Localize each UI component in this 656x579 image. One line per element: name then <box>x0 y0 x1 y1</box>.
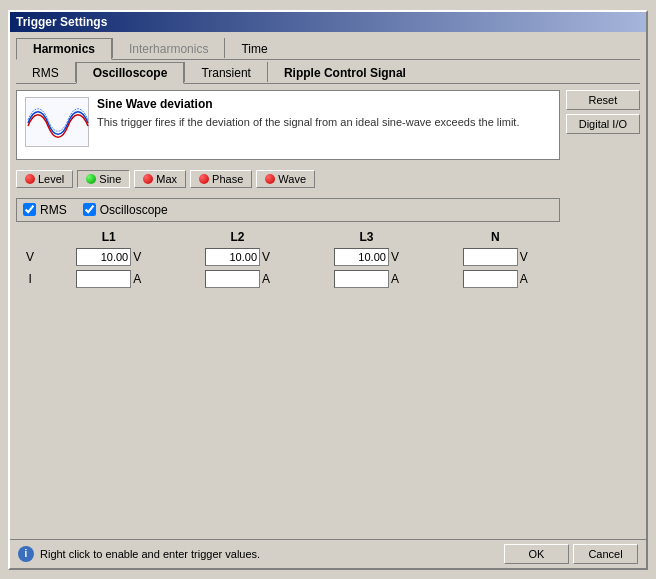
tab-harmonics[interactable]: Harmonics <box>16 38 112 60</box>
checkbox-rms[interactable] <box>23 203 36 216</box>
checkbox-oscilloscope[interactable] <box>83 203 96 216</box>
trigger-btn-level[interactable]: Level <box>16 170 73 188</box>
tab-ripple[interactable]: Ripple Control Signal <box>268 63 422 83</box>
unit-v-l2: V <box>262 250 270 264</box>
tabs-row2: RMS Oscilloscope Transient Ripple Contro… <box>16 62 640 84</box>
data-table: L1 L2 L3 N V V <box>16 228 560 290</box>
status-bar: i Right click to enable and enter trigge… <box>10 539 646 568</box>
unit-i-l2: A <box>262 272 270 286</box>
unit-v-l3: V <box>391 250 399 264</box>
unit-v-l1: V <box>133 250 141 264</box>
input-i-n[interactable] <box>463 270 518 288</box>
cell-v-l1: V <box>44 246 173 268</box>
input-v-n[interactable] <box>463 248 518 266</box>
trigger-btn-phase[interactable]: Phase <box>190 170 252 188</box>
col-header-l3: L3 <box>302 228 431 246</box>
led-level <box>25 174 35 184</box>
input-v-l1[interactable] <box>76 248 131 266</box>
col-header-l1: L1 <box>44 228 173 246</box>
dialog-title: Trigger Settings <box>16 15 107 29</box>
dialog-content: Harmonics Interharmonics Time RMS Oscill… <box>10 32 646 539</box>
table-row-v: V V V <box>16 246 560 268</box>
digital-io-button[interactable]: Digital I/O <box>566 114 640 134</box>
cell-v-l3: V <box>302 246 431 268</box>
input-v-l3[interactable] <box>334 248 389 266</box>
cell-i-n: A <box>431 268 560 290</box>
col-header-n: N <box>431 228 560 246</box>
row-label-v: V <box>16 246 44 268</box>
input-i-l2[interactable] <box>205 270 260 288</box>
input-i-l3[interactable] <box>334 270 389 288</box>
check-oscilloscope-label: Oscilloscope <box>100 203 168 217</box>
right-panel: Reset Digital I/O <box>566 90 640 533</box>
col-header-l2: L2 <box>173 228 302 246</box>
ok-button[interactable]: OK <box>504 544 569 564</box>
trigger-btn-sine[interactable]: Sine <box>77 170 130 188</box>
cell-i-l1: A <box>44 268 173 290</box>
trigger-label-max: Max <box>156 173 177 185</box>
cell-v-n: V <box>431 246 560 268</box>
tab-time[interactable]: Time <box>225 39 283 59</box>
cell-i-l3: A <box>302 268 431 290</box>
trigger-btn-wave[interactable]: Wave <box>256 170 315 188</box>
led-phase <box>199 174 209 184</box>
status-buttons: OK Cancel <box>504 544 638 564</box>
reset-button[interactable]: Reset <box>566 90 640 110</box>
desc-body: This trigger fires if the deviation of t… <box>97 115 519 130</box>
description-box: Sine Wave deviation This trigger fires i… <box>16 90 560 160</box>
tab-transient[interactable]: Transient <box>185 63 267 83</box>
cancel-button[interactable]: Cancel <box>573 544 638 564</box>
cell-i-l2: A <box>173 268 302 290</box>
unit-i-n: A <box>520 272 528 286</box>
wave-icon <box>25 97 89 147</box>
input-i-l1[interactable] <box>76 270 131 288</box>
cell-v-l2: V <box>173 246 302 268</box>
input-v-l2[interactable] <box>205 248 260 266</box>
left-panel: Sine Wave deviation This trigger fires i… <box>16 90 560 533</box>
check-rms-label: RMS <box>40 203 67 217</box>
col-header-row <box>16 228 44 246</box>
check-oscilloscope[interactable]: Oscilloscope <box>83 203 168 217</box>
check-rms[interactable]: RMS <box>23 203 67 217</box>
tab-interharmonics[interactable]: Interharmonics <box>113 39 224 59</box>
led-sine <box>86 174 96 184</box>
unit-i-l1: A <box>133 272 141 286</box>
info-icon: i <box>18 546 34 562</box>
led-wave <box>265 174 275 184</box>
trigger-buttons-row: Level Sine Max Phase <box>16 166 560 192</box>
tab-oscilloscope[interactable]: Oscilloscope <box>76 62 185 84</box>
led-max <box>143 174 153 184</box>
table-row-i: I A A <box>16 268 560 290</box>
checkboxes-row: RMS Oscilloscope <box>16 198 560 222</box>
description-text: Sine Wave deviation This trigger fires i… <box>97 97 519 130</box>
trigger-label-phase: Phase <box>212 173 243 185</box>
unit-v-n: V <box>520 250 528 264</box>
title-bar: Trigger Settings <box>10 12 646 32</box>
main-area: Sine Wave deviation This trigger fires i… <box>16 90 640 533</box>
trigger-label-sine: Sine <box>99 173 121 185</box>
tab-rms[interactable]: RMS <box>16 63 75 83</box>
row-label-i: I <box>16 268 44 290</box>
desc-title: Sine Wave deviation <box>97 97 519 111</box>
trigger-label-level: Level <box>38 173 64 185</box>
dialog-window: Trigger Settings Harmonics Interharmonic… <box>8 10 648 570</box>
unit-i-l3: A <box>391 272 399 286</box>
tabs-row1: Harmonics Interharmonics Time <box>16 38 640 60</box>
status-message: Right click to enable and enter trigger … <box>40 548 260 560</box>
trigger-label-wave: Wave <box>278 173 306 185</box>
status-left: i Right click to enable and enter trigge… <box>18 546 260 562</box>
trigger-btn-max[interactable]: Max <box>134 170 186 188</box>
